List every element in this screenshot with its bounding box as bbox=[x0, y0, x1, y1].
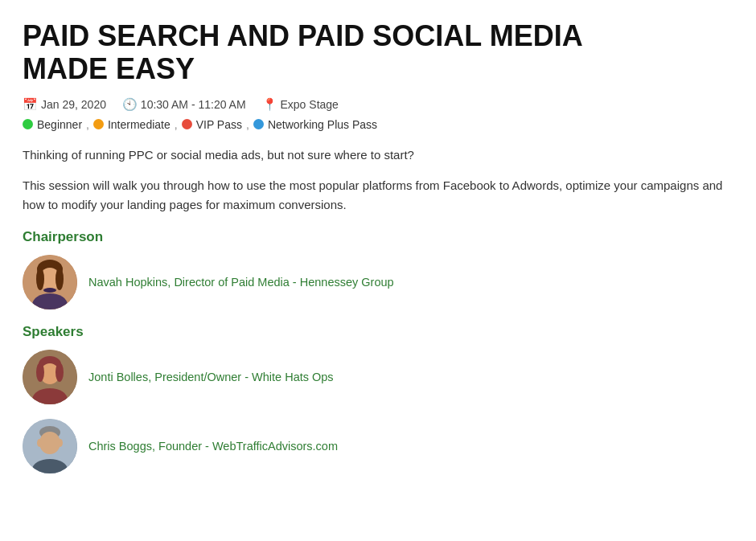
page-title: PAID SEARCH AND PAID SOCIAL MEDIA MADE E… bbox=[23, 19, 733, 86]
speaker-name-jonti[interactable]: Jonti Bolles, President/Owner - White Ha… bbox=[88, 371, 334, 383]
svg-point-11 bbox=[36, 363, 44, 382]
passes-row: Beginner , Intermediate , VIP Pass , Net… bbox=[23, 118, 733, 131]
event-time: 10:30 AM - 11:20 AM bbox=[141, 98, 246, 111]
location-icon: 📍 bbox=[262, 97, 277, 112]
dot-beginner bbox=[23, 119, 33, 129]
meta-row: 📅 Jan 29, 2020 🕙 10:30 AM - 11:20 AM 📍 E… bbox=[23, 97, 733, 112]
avatar-chris bbox=[23, 419, 77, 473]
dot-networking bbox=[253, 119, 264, 129]
pass-beginner: Beginner bbox=[23, 118, 82, 131]
pass-networking: Networking Plus Pass bbox=[253, 118, 377, 131]
pass-label-intermediate: Intermediate bbox=[108, 118, 171, 131]
event-location: Expo Stage bbox=[281, 98, 339, 111]
calendar-icon: 📅 bbox=[23, 97, 38, 112]
svg-point-18 bbox=[58, 439, 63, 447]
event-date: Jan 29, 2020 bbox=[41, 98, 106, 111]
pass-intermediate: Intermediate bbox=[93, 118, 171, 131]
location-item: 📍 Expo Stage bbox=[262, 97, 339, 112]
dot-intermediate bbox=[93, 119, 104, 129]
svg-point-6 bbox=[43, 288, 56, 293]
date-item: 📅 Jan 29, 2020 bbox=[23, 97, 106, 112]
speaker-row-chris: Chris Boggs, Founder - WebTrafficAdvisor… bbox=[23, 419, 733, 473]
time-item: 🕙 10:30 AM - 11:20 AM bbox=[122, 97, 246, 112]
svg-point-17 bbox=[37, 439, 42, 447]
svg-point-4 bbox=[36, 268, 44, 290]
pass-label-vip: VIP Pass bbox=[196, 118, 242, 131]
svg-point-15 bbox=[39, 432, 60, 454]
chairperson-label: Chairperson bbox=[23, 229, 733, 245]
description-1: Thinking of running PPC or social media … bbox=[23, 145, 733, 165]
dot-vip bbox=[182, 119, 192, 129]
chairperson-name[interactable]: Navah Hopkins, Director of Paid Media - … bbox=[88, 276, 394, 289]
svg-point-12 bbox=[55, 363, 64, 382]
description-2: This session will walk you through how t… bbox=[23, 176, 733, 215]
pass-label-networking: Networking Plus Pass bbox=[268, 118, 377, 131]
title-line1: PAID SEARCH AND PAID SOCIAL MEDIA bbox=[23, 19, 583, 52]
speakers-label: Speakers bbox=[23, 324, 733, 340]
speaker-name-chris[interactable]: Chris Boggs, Founder - WebTrafficAdvisor… bbox=[88, 440, 338, 453]
avatar-jonti bbox=[23, 350, 77, 404]
svg-point-5 bbox=[55, 268, 64, 290]
avatar-navah bbox=[23, 255, 77, 309]
pass-label-beginner: Beginner bbox=[37, 118, 82, 131]
chairperson-row: Navah Hopkins, Director of Paid Media - … bbox=[23, 255, 733, 309]
title-line2: MADE EASY bbox=[23, 52, 195, 85]
clock-icon: 🕙 bbox=[122, 97, 138, 112]
pass-vip: VIP Pass bbox=[182, 118, 242, 131]
speaker-row-jonti: Jonti Bolles, President/Owner - White Ha… bbox=[23, 350, 733, 404]
